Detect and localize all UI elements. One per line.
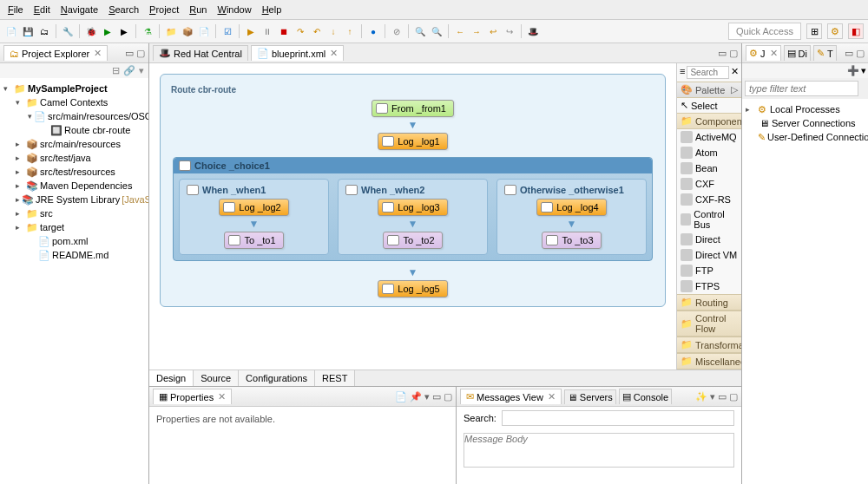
- when2-box[interactable]: When _when2 Log _log3 ▼ To _to2: [338, 179, 488, 255]
- skip-bp-icon[interactable]: ⊘: [390, 24, 404, 38]
- fuse-perspective-icon[interactable]: ⚙: [827, 23, 843, 39]
- menu-help[interactable]: Help: [259, 3, 286, 16]
- pin-icon[interactable]: 📌: [410, 391, 422, 402]
- tab-source[interactable]: Source: [194, 370, 239, 386]
- palette-item[interactable]: CXF: [677, 176, 741, 192]
- servers-tab[interactable]: 🖥 Servers: [564, 389, 616, 404]
- collapse-icon[interactable]: ⊟: [112, 65, 120, 76]
- step-over-icon[interactable]: ↶: [310, 24, 324, 38]
- nav-fwd-icon[interactable]: ↪: [503, 24, 516, 38]
- run-last-icon[interactable]: ▶: [117, 24, 131, 38]
- open-perspective-icon[interactable]: ⊞: [806, 23, 822, 39]
- new-icon[interactable]: 📄: [395, 391, 407, 402]
- log3-node[interactable]: Log _log3: [378, 199, 447, 216]
- minimize-icon[interactable]: ▭: [125, 48, 134, 59]
- route-canvas[interactable]: Route cbr-route From _from1 ▼ Log _log1 …: [149, 63, 676, 370]
- log5-node[interactable]: Log _log5: [378, 280, 447, 298]
- log1-node[interactable]: Log _log1: [378, 133, 447, 150]
- tree-row[interactable]: 🔲Route cbr-route: [3, 123, 145, 137]
- editor-tab-blueprint[interactable]: 📄 blueprint.xml ✕: [251, 45, 344, 61]
- new-package-icon[interactable]: 📦: [181, 24, 194, 38]
- close-icon[interactable]: ✕: [330, 48, 338, 59]
- menu-icon[interactable]: ≡: [680, 66, 685, 79]
- nav-back-icon[interactable]: ↩: [486, 24, 500, 38]
- new-class-icon[interactable]: 📄: [197, 24, 211, 38]
- expand-icon[interactable]: ▸: [16, 223, 24, 232]
- expand-icon[interactable]: ▾: [16, 98, 24, 107]
- palette-item[interactable]: FTP: [677, 263, 741, 278]
- log2-node[interactable]: Log _log2: [219, 199, 288, 216]
- connections-tree[interactable]: ▸⚙Local Processes 🖥Server Connections ✎U…: [742, 99, 868, 484]
- step-return-icon[interactable]: ↑: [343, 24, 357, 38]
- menu-window[interactable]: Window: [214, 3, 254, 16]
- otherwise-box[interactable]: Otherwise _otherwise1 Log _log4 ▼ To _to…: [496, 179, 647, 255]
- tree-row[interactable]: ▸📦src/main/resources: [3, 137, 145, 151]
- tree-row-server[interactable]: 🖥Server Connections: [746, 116, 865, 130]
- toggle-bp-icon[interactable]: ●: [366, 24, 380, 38]
- step-into-icon[interactable]: ↓: [326, 24, 340, 38]
- debug-icon[interactable]: 🐞: [84, 24, 98, 38]
- palette-section-components[interactable]: 📁Components: [677, 113, 741, 129]
- palette-item[interactable]: ActiveMQ: [677, 129, 741, 145]
- tree-row-local[interactable]: ▸⚙Local Processes: [746, 102, 865, 116]
- palette-item[interactable]: Bean: [677, 160, 741, 176]
- suspend-icon[interactable]: ⏸: [260, 24, 274, 38]
- clear-icon[interactable]: ✕: [731, 66, 739, 79]
- minimize-icon[interactable]: ▭: [845, 48, 853, 59]
- search-icon[interactable]: 🔍: [430, 24, 444, 38]
- project-explorer-tab[interactable]: 🗂 Project Explorer ✕: [3, 45, 108, 61]
- tree-row[interactable]: ▸📚Maven Dependencies: [3, 179, 145, 193]
- expand-icon[interactable]: ▸: [16, 181, 24, 190]
- expand-icon[interactable]: ▾: [28, 112, 32, 121]
- properties-tab[interactable]: ▦ Properties ✕: [153, 389, 232, 404]
- message-body-input[interactable]: [464, 433, 734, 468]
- menu-project[interactable]: Project: [146, 3, 182, 16]
- tree-row[interactable]: 📄pom.xml: [3, 234, 145, 248]
- expand-icon[interactable]: ▸: [16, 209, 24, 218]
- choice-container[interactable]: Choice _choice1 When _when1 Log _log2 ▼ …: [173, 157, 653, 261]
- build-icon[interactable]: 🔧: [61, 24, 75, 38]
- minimize-icon[interactable]: ▭: [718, 48, 727, 59]
- menu-icon[interactable]: ▾: [424, 391, 430, 402]
- link-icon[interactable]: 🔗: [123, 65, 135, 76]
- maximize-icon[interactable]: ▢: [856, 48, 865, 59]
- to1-node[interactable]: To _to1: [224, 232, 283, 249]
- maximize-icon[interactable]: ▢: [729, 391, 738, 402]
- palette-item[interactable]: Control Bus: [677, 207, 741, 232]
- tree-row[interactable]: ▸📦src/test/resources: [3, 165, 145, 179]
- palette-item[interactable]: Atom: [677, 145, 741, 160]
- palette-item[interactable]: Direct VM: [677, 247, 741, 263]
- maximize-icon[interactable]: ▢: [136, 48, 145, 59]
- terminate-icon[interactable]: ⏹: [277, 24, 291, 38]
- save-all-icon[interactable]: 🗂: [37, 24, 51, 38]
- minimize-icon[interactable]: ▭: [432, 391, 441, 402]
- palette-item[interactable]: Direct: [677, 232, 741, 247]
- tree-row[interactable]: ▸📦src/test/java: [3, 151, 145, 165]
- tab-design[interactable]: Design: [149, 370, 194, 386]
- messages-tab[interactable]: ✉ Messages View ✕: [460, 389, 562, 404]
- step-icon[interactable]: ↷: [293, 24, 307, 38]
- expand-icon[interactable]: ▸: [16, 167, 24, 176]
- menu-run[interactable]: Run: [186, 3, 210, 16]
- menu-icon[interactable]: ▾: [710, 391, 715, 402]
- tree-row[interactable]: ▸📁target: [3, 220, 145, 234]
- tree-row-user[interactable]: ✎User-Defined Connections: [746, 130, 865, 144]
- server-icon[interactable]: ⚗: [141, 24, 155, 38]
- back-icon[interactable]: ←: [453, 24, 467, 38]
- close-icon[interactable]: ✕: [94, 48, 102, 59]
- tree-row[interactable]: ▸📁src: [3, 206, 145, 220]
- task-icon[interactable]: ☑: [220, 24, 234, 38]
- tree-row[interactable]: ▾📁MySampleProject: [3, 82, 145, 95]
- expand-icon[interactable]: ▸: [16, 140, 24, 148]
- palette-item[interactable]: CXF-RS: [677, 192, 741, 207]
- redhat-icon[interactable]: 🎩: [526, 24, 540, 38]
- add-icon[interactable]: ➕: [847, 65, 859, 76]
- minimize-icon[interactable]: ▭: [718, 391, 727, 402]
- right-tab-di[interactable]: ▤Di: [784, 45, 811, 61]
- palette-header[interactable]: 🎨Palette▷: [677, 82, 741, 98]
- palette-select[interactable]: ↖Select: [677, 98, 741, 113]
- project-tree[interactable]: ▾📁MySampleProject▾📁Camel Contexts▾📄src/m…: [0, 78, 148, 484]
- open-type-icon[interactable]: 🔍: [413, 24, 427, 38]
- menu-edit[interactable]: Edit: [30, 3, 54, 16]
- from-node[interactable]: From _from1: [372, 100, 454, 117]
